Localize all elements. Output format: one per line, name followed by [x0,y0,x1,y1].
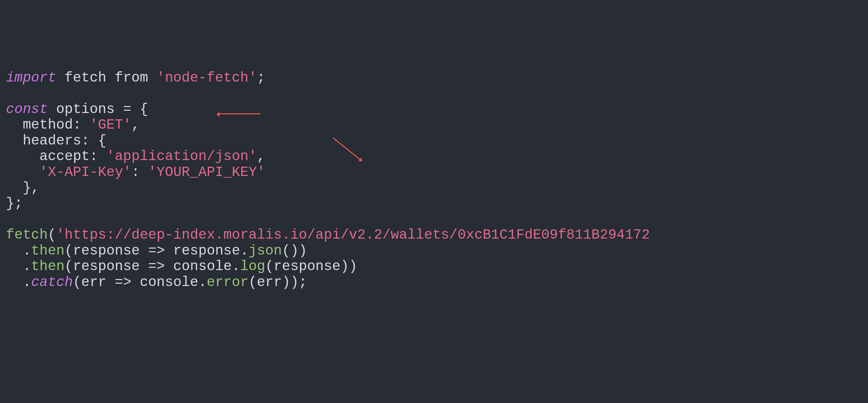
token-text: options = { [48,101,148,117]
token-function: fetch [6,227,48,243]
token-function: then [31,259,65,274]
token-text: (response)) [265,259,357,274]
token-text: ( [48,227,56,243]
token-string: 'application/json' [106,148,257,164]
token-text: : [131,164,148,180]
token-text: accept: [6,148,106,164]
token-text: . [6,259,31,274]
token-text: . [6,243,31,259]
token-text: , [131,117,140,133]
token-function: json [249,243,282,259]
token-text: fetch from [56,70,156,86]
token-string: 'node-fetch' [157,70,257,86]
token-text: ()) [282,243,307,259]
token-text: , [257,148,265,164]
token-keyword: const [6,101,48,117]
token-string: 'YOUR_API_KEY' [148,164,265,180]
token-text: }; [6,196,23,211]
code-snippet: import fetch from 'node-fetch'; const op… [6,70,862,290]
token-text: . [6,274,31,290]
token-text: (err => console. [73,274,207,290]
annotation-arrow-api-key [217,113,260,114]
token-text: ; [257,70,265,86]
token-text: (response => console. [64,259,240,274]
token-text: method: [6,117,90,133]
token-function: then [31,243,65,259]
token-keyword: import [6,70,56,86]
token-keyword: catch [31,274,73,290]
token-string: 'X-API-Key' [6,164,131,180]
token-text: (err)); [249,274,307,290]
token-text: headers: { [6,133,106,149]
token-text: }, [6,180,39,196]
token-string: 'GET' [90,117,131,133]
token-text: (response => response. [64,243,249,259]
token-function: log [240,259,266,274]
token-function: error [207,274,249,290]
token-string: 'https://deep-index.moralis.io/api/v2.2/… [56,227,650,243]
